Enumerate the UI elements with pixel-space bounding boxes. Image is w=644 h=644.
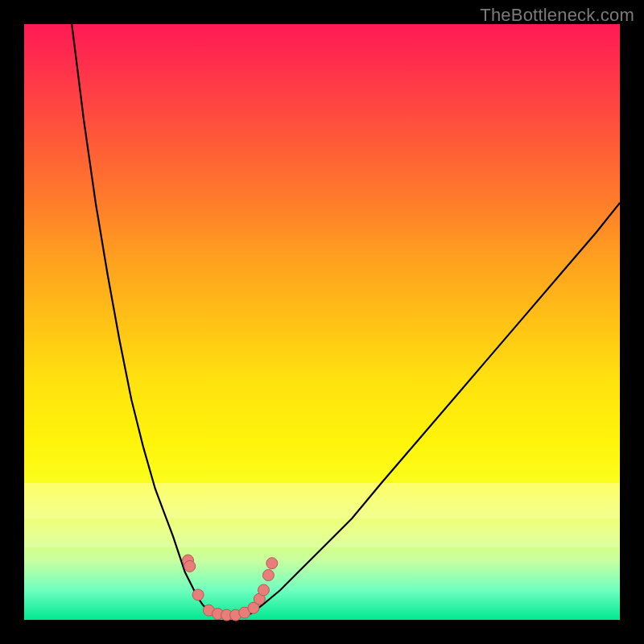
valley-marker [262, 570, 274, 581]
curve-right-branch [250, 203, 620, 614]
valley-marker [258, 584, 269, 596]
curve-left-branch [72, 24, 215, 614]
watermark-text: TheBottleneck.com [480, 5, 634, 26]
valley-marker [192, 589, 204, 601]
chart-frame: TheBottleneck.com [0, 0, 644, 644]
plot-area [24, 24, 620, 620]
valley-marker [266, 558, 278, 569]
curve-layer [24, 24, 620, 620]
valley-marker [184, 560, 196, 572]
valley-markers-group [183, 555, 278, 621]
